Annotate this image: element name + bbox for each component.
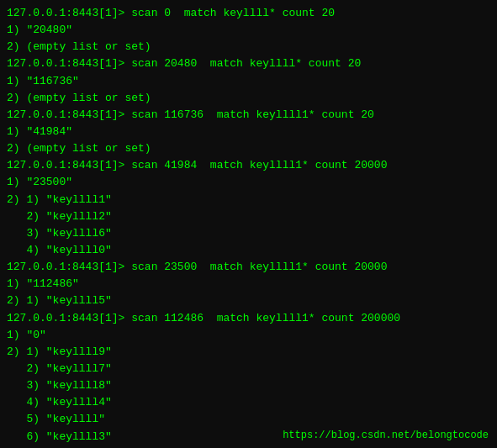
footer-url: https://blog.csdn.net/belongtocode bbox=[283, 430, 489, 441]
terminal-line: 3) "keyllll6" bbox=[7, 225, 490, 242]
terminal-last-line: 127.0.0.1:8443[1]> bbox=[7, 445, 490, 448]
terminal-window: 127.0.0.1:8443[1]> scan 0 match keyllll*… bbox=[0, 0, 497, 448]
terminal-line: 4) "keyllll0" bbox=[7, 242, 490, 259]
terminal-line: 2) 1) "keyllll9" bbox=[7, 344, 490, 361]
terminal-line: 2) "keyllll2" bbox=[7, 208, 490, 225]
terminal-line: 1) "112486" bbox=[7, 276, 490, 293]
terminal-line: 1) "0" bbox=[7, 327, 490, 344]
terminal-line: 1) "41984" bbox=[7, 124, 490, 140]
terminal-output: 127.0.0.1:8443[1]> scan 0 match keyllll*… bbox=[7, 5, 490, 445]
terminal-line: 5) "keyllll" bbox=[7, 411, 490, 428]
terminal-line: 2) 1) "keyllll1" bbox=[7, 192, 490, 208]
terminal-line: 2) "keyllll7" bbox=[7, 361, 490, 377]
terminal-line: 4) "keyllll4" bbox=[7, 394, 490, 411]
terminal-line: 127.0.0.1:8443[1]> scan 116736 match key… bbox=[7, 107, 490, 124]
terminal-line: 2) (empty list or set) bbox=[7, 39, 490, 55]
terminal-line: 1) "23500" bbox=[7, 174, 490, 191]
terminal-line: 2) 1) "keyllll5" bbox=[7, 293, 490, 309]
terminal-line: 127.0.0.1:8443[1]> scan 0 match keyllll*… bbox=[7, 5, 490, 22]
terminal-line: 127.0.0.1:8443[1]> scan 23500 match keyl… bbox=[7, 259, 490, 276]
terminal-line: 127.0.0.1:8443[1]> scan 41984 match keyl… bbox=[7, 157, 490, 174]
terminal-line: 1) "20480" bbox=[7, 22, 490, 39]
terminal-line: 1) "116736" bbox=[7, 73, 490, 90]
terminal-line: 3) "keyllll8" bbox=[7, 377, 490, 394]
terminal-line: 2) (empty list or set) bbox=[7, 140, 490, 157]
terminal-line: 127.0.0.1:8443[1]> scan 112486 match key… bbox=[7, 310, 490, 327]
terminal-line: 2) (empty list or set) bbox=[7, 90, 490, 107]
terminal-line: 127.0.0.1:8443[1]> scan 20480 match keyl… bbox=[7, 55, 490, 72]
